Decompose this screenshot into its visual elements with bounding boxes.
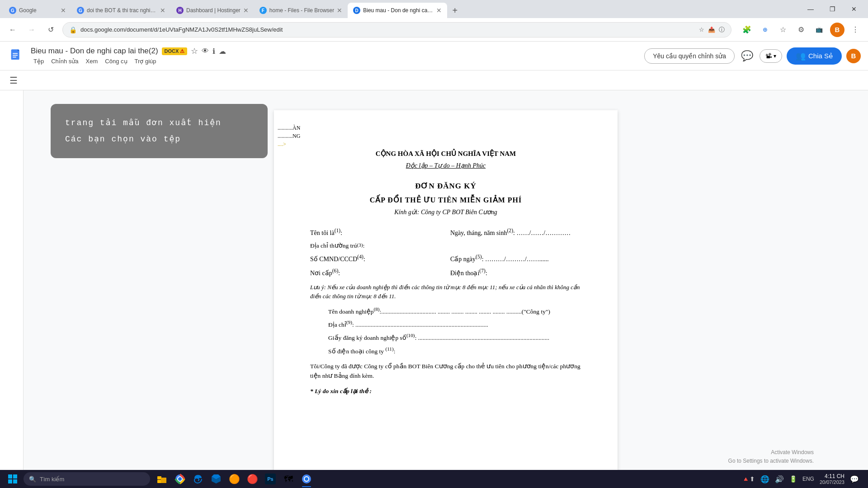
svg-rect-6 xyxy=(13,474,17,479)
profile-button[interactable]: B xyxy=(830,23,844,37)
tab-files[interactable]: F home - Files - File Browser ✕ xyxy=(254,3,348,18)
lock-icon: 🔒 xyxy=(69,26,77,33)
menu-tep[interactable]: Tệp xyxy=(31,57,47,66)
activate-line2: Go to Settings to activate Windows. xyxy=(728,457,814,465)
docs-second-toolbar: ☰ xyxy=(0,70,868,90)
address-bar[interactable]: 🔒 docs.google.com/document/d/1eUVtaFgNMZ… xyxy=(62,22,731,38)
present-chevron: ▾ xyxy=(774,53,776,59)
back-button[interactable]: ← xyxy=(5,23,20,37)
new-tab-button[interactable]: + xyxy=(447,3,462,18)
language-indicator[interactable]: ENG xyxy=(802,476,814,482)
cast-button[interactable]: 📺 xyxy=(812,23,826,37)
tab-doi-the[interactable]: G doi the BOT & thi trac nghiem b... ✕ xyxy=(71,3,171,18)
taskbar-app-explorer[interactable] xyxy=(154,471,170,487)
tooltip-line1: trang tải mẫu đơn xuất hiện xyxy=(65,115,253,131)
tab-title-hostinger: Dashboard | Hostinger xyxy=(186,7,241,14)
doc-company-field-4: Số điện thoại công ty (11): xyxy=(328,345,581,356)
taskbar-app-vscode[interactable] xyxy=(208,471,224,487)
url-text: docs.google.com/document/d/1eUVtaFgNMZA1… xyxy=(80,26,695,33)
svg-rect-5 xyxy=(8,474,12,479)
taskbar-search[interactable]: 🔍 Tìm kiếm xyxy=(24,472,150,486)
activate-line1: Activate Windows xyxy=(728,448,814,457)
info-doc-icon[interactable]: ℹ xyxy=(212,47,215,56)
tab-hostinger[interactable]: H Dashboard | Hostinger ✕ xyxy=(171,3,254,18)
start-button[interactable] xyxy=(4,471,22,487)
share-button[interactable]: 👥 Chia Sẻ xyxy=(787,47,842,65)
docs-menu: Tệp Chỉnh sửa Xem Công cụ Trợ giúp xyxy=(31,57,639,66)
docs-header: Bieu mau - Don de nghi cap lai the(2) DO… xyxy=(0,42,868,70)
taskbar: 🔍 Tìm kiếm xyxy=(0,470,868,488)
extensions-button[interactable]: 🧩 xyxy=(740,23,754,37)
share-icon: 👥 xyxy=(796,51,806,61)
refresh-button[interactable]: ↺ xyxy=(43,23,58,37)
extension-icon[interactable]: ⚙ xyxy=(794,23,808,37)
menu-cong-cu[interactable]: Công cụ xyxy=(102,57,130,66)
present-button[interactable]: 📽 ▾ xyxy=(760,49,782,63)
bookmark-button[interactable]: ☆ xyxy=(776,23,790,37)
cloud-icon[interactable]: ☁ xyxy=(219,47,226,56)
battery-icon[interactable]: 🔋 xyxy=(789,475,797,483)
tab-close-doi-the[interactable]: ✕ xyxy=(160,7,165,14)
filename-text: Bieu mau - Don de nghi cap lai the(2) xyxy=(31,47,158,56)
sound-icon[interactable]: 🔊 xyxy=(775,475,784,483)
browser-chrome: G Google ✕ G doi the BOT & thi trac nghi… xyxy=(0,0,868,42)
tab-bieu-mau[interactable]: D Bieu mau - Don de nghi cap lai t... ✕ xyxy=(348,3,447,18)
profile-sync-icon[interactable]: ⊕ xyxy=(758,23,772,37)
address-bar-row: ← → ↺ 🔒 docs.google.com/document/d/1eUVt… xyxy=(0,18,868,42)
taskbar-app-active-chrome[interactable] xyxy=(298,471,315,487)
taskbar-app-ps[interactable]: Ps xyxy=(262,471,278,487)
doc-title-main: ĐƠN ĐĂNG KÝ xyxy=(310,180,581,192)
document-page: ...........ÀN ...........NG ....> CỘNG H… xyxy=(274,110,618,470)
comment-button[interactable]: 💬 xyxy=(739,48,755,64)
tab-title-doi-the: doi the BOT & thi trac nghiem b... xyxy=(87,7,157,14)
doc-field-row-3: Số CMND/CCCD(4): Cấp ngày(5): ………/………/……… xyxy=(310,253,581,264)
search-placeholder: Tìm kiếm xyxy=(40,476,64,483)
taskbar-app-edge[interactable] xyxy=(190,471,206,487)
menu-tro-giup[interactable]: Trợ giúp xyxy=(132,57,159,66)
taskbar-app-git[interactable]: 🔴 xyxy=(244,471,260,487)
forward-button[interactable]: → xyxy=(24,23,39,37)
svg-point-14 xyxy=(178,477,182,481)
minimize-button[interactable]: — xyxy=(800,0,821,18)
tab-close-hostinger[interactable]: ✕ xyxy=(243,7,249,14)
svg-rect-4 xyxy=(13,56,16,57)
docs-main: trang tải mẫu đơn xuất hiện Các bạn chọn… xyxy=(24,90,868,470)
doc-company-field-3: Giấy đăng ký doanh nghiệp số(10): ......… xyxy=(328,331,581,343)
taskbar-app-google-maps[interactable]: 🗺 xyxy=(280,471,297,487)
menu-button[interactable]: ⋮ xyxy=(848,23,863,37)
tab-favicon-files: F xyxy=(259,7,267,14)
svg-rect-11 xyxy=(161,478,166,483)
docs-title-section: Bieu mau - Don de nghi cap lai the(2) DO… xyxy=(31,46,639,66)
tab-google[interactable]: G Google ✕ xyxy=(4,3,71,18)
request-edit-button[interactable]: Yêu cầu quyền chỉnh sửa xyxy=(644,48,735,64)
tab-close-bieu-mau[interactable]: ✕ xyxy=(436,7,442,14)
doc-company-field-2: Địa chỉ(9): ............................… xyxy=(328,318,581,329)
tab-close-google[interactable]: ✕ xyxy=(61,7,66,14)
taskbar-app-orange[interactable]: 🟠 xyxy=(226,471,242,487)
windows-logo xyxy=(8,474,17,483)
network-icon[interactable]: 🌐 xyxy=(760,475,769,483)
menu-xem[interactable]: Xem xyxy=(83,57,101,66)
doc-reason-title: * Lý do xin cấp lại thẻ : xyxy=(310,386,581,396)
info-icon[interactable]: ⓘ xyxy=(719,26,725,34)
sidebar-toggle-button[interactable]: ☰ xyxy=(5,72,22,89)
restore-button[interactable]: ❐ xyxy=(822,0,843,18)
notification-icon[interactable]: 💬 xyxy=(850,475,859,483)
star-icon[interactable]: ☆ xyxy=(699,26,704,33)
taskbar-apps: 🟠 🔴 Ps 🗺 xyxy=(154,471,315,487)
svg-rect-7 xyxy=(8,479,12,483)
cast-icon[interactable]: 📤 xyxy=(708,26,715,33)
present-icon: 📽 xyxy=(765,52,772,60)
docs-profile-button[interactable]: B xyxy=(846,49,861,63)
tab-title-bieu-mau: Bieu mau - Don de nghi cap lai t... xyxy=(363,7,434,14)
svg-rect-1 xyxy=(11,49,19,59)
close-button[interactable]: ✕ xyxy=(844,0,864,18)
folder-icon[interactable]: 👁 xyxy=(202,47,209,55)
menu-chinh-sua[interactable]: Chỉnh sửa xyxy=(48,57,81,66)
taskbar-tray: 🔺⬆ 🌐 🔊 🔋 ENG 4:11 CH 20/07/2023 💬 xyxy=(736,473,864,485)
clock[interactable]: 4:11 CH 20/07/2023 xyxy=(820,473,844,485)
doc-note: Lưu ý: Nếu xe của doanh nghiệp thì điền … xyxy=(310,283,581,300)
tab-close-files[interactable]: ✕ xyxy=(337,7,342,14)
taskbar-app-chrome[interactable] xyxy=(172,471,188,487)
star-doc-icon[interactable]: ☆ xyxy=(191,46,198,56)
